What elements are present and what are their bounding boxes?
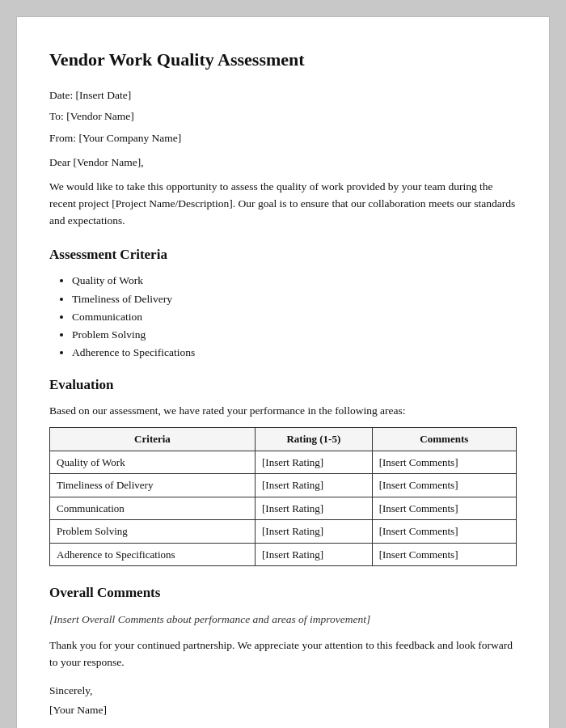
table-cell-rating: [Insert Rating] [255,451,372,474]
list-item: Adherence to Specifications [72,345,517,361]
overall-comments-placeholder: [Insert Overall Comments about performan… [49,612,517,628]
criteria-list: Quality of Work Timeliness of Delivery C… [72,273,517,361]
evaluation-table: Criteria Rating (1-5) Comments Quality o… [49,427,517,566]
list-item: Communication [72,309,517,325]
table-cell-rating: [Insert Rating] [255,520,372,544]
date-line: Date: [Insert Date] [49,87,517,104]
table-row: Communication[Insert Rating][Insert Comm… [50,497,517,520]
table-header-rating: Rating (1-5) [255,428,372,451]
list-item: Timeliness of Delivery [72,291,517,307]
table-header-comments: Comments [372,428,516,451]
table-cell-rating: [Insert Rating] [255,474,372,497]
table-header-criteria: Criteria [50,428,256,451]
table-cell-rating: [Insert Rating] [255,543,372,566]
table-cell-comments: [Insert Comments] [372,451,516,474]
table-cell-rating: [Insert Rating] [255,497,372,520]
list-item: Problem Solving [72,327,517,343]
table-cell-comments: [Insert Comments] [372,497,516,520]
closing-paragraph: Thank you for your continued partnership… [49,637,517,671]
table-row: Quality of Work[Insert Rating][Insert Co… [50,451,517,474]
table-cell-comments: [Insert Comments] [372,543,516,566]
your-name-text: [Your Name] [49,702,517,718]
evaluation-intro: Based on our assessment, we have rated y… [49,403,517,419]
table-cell-criteria: Quality of Work [50,451,256,474]
document-title: Vendor Work Quality Assessment [49,46,517,73]
overall-comments-heading: Overall Comments [49,582,517,603]
table-cell-criteria: Communication [50,497,256,520]
table-cell-comments: [Insert Comments] [372,520,516,544]
table-cell-comments: [Insert Comments] [372,474,516,497]
salutation: Dear [Vendor Name], [49,154,517,171]
table-row: Problem Solving[Insert Rating][Insert Co… [50,520,517,544]
from-line: From: [Your Company Name] [49,130,517,146]
table-cell-criteria: Timeliness of Delivery [50,474,256,497]
to-line: To: [Vendor Name] [49,108,517,125]
table-cell-criteria: Problem Solving [50,520,256,544]
document-container: Vendor Work Quality Assessment Date: [In… [16,16,550,728]
evaluation-heading: Evaluation [49,375,517,396]
list-item: Quality of Work [72,273,517,289]
sincerely-text: Sincerely, [49,683,517,699]
assessment-heading: Assessment Criteria [49,244,517,265]
table-row: Timeliness of Delivery[Insert Rating][In… [50,474,517,497]
intro-paragraph: We would like to take this opportunity t… [49,179,517,230]
table-row: Adherence to Specifications[Insert Ratin… [50,543,517,566]
table-cell-criteria: Adherence to Specifications [50,543,256,566]
